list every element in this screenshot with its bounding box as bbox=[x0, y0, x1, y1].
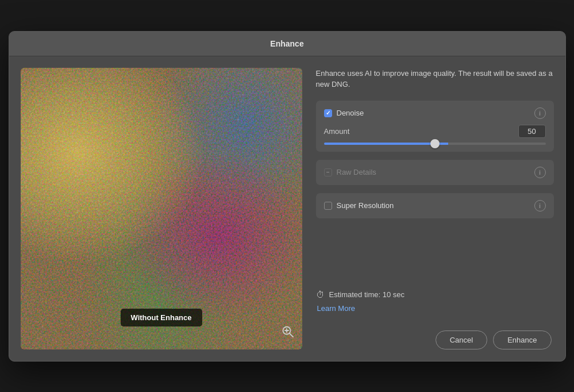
amount-slider[interactable] bbox=[324, 143, 546, 145]
controls-panel: Enhance uses AI to improve image quality… bbox=[302, 68, 554, 349]
super-resolution-left: Super Resolution bbox=[324, 201, 394, 210]
denoise-row: Denoise i bbox=[324, 107, 546, 119]
titlebar: Enhance bbox=[9, 32, 565, 56]
raw-details-box: Raw Details i bbox=[316, 160, 554, 185]
raw-details-row: Raw Details i bbox=[324, 167, 546, 178]
zoom-icon[interactable] bbox=[282, 325, 294, 341]
dialog-body: Without Enhance Enhance uses AI to impro… bbox=[9, 56, 565, 361]
backdrop: Enhance Without Enhance Enhan bbox=[0, 0, 574, 392]
cancel-button[interactable]: Cancel bbox=[436, 330, 487, 349]
super-resolution-row: Super Resolution i bbox=[324, 200, 546, 212]
amount-label: Amount bbox=[324, 127, 350, 136]
estimated-row: ⏱ Estimated time: 10 sec bbox=[316, 290, 554, 299]
dialog-title: Enhance bbox=[270, 39, 303, 48]
description: Enhance uses AI to improve image quality… bbox=[316, 68, 554, 90]
preview-image bbox=[21, 68, 302, 349]
super-resolution-label: Super Resolution bbox=[337, 201, 394, 210]
learn-more-link[interactable]: Learn More bbox=[317, 304, 355, 313]
dialog: Enhance Without Enhance Enhan bbox=[9, 31, 566, 362]
enhance-button[interactable]: Enhance bbox=[493, 330, 551, 349]
estimated-text: Estimated time: 10 sec bbox=[329, 290, 405, 299]
super-resolution-checkbox[interactable] bbox=[324, 202, 332, 210]
raw-details-checkbox[interactable] bbox=[324, 168, 332, 176]
preview-panel: Without Enhance bbox=[21, 68, 302, 349]
denoise-left: Denoise bbox=[324, 109, 364, 117]
amount-input[interactable] bbox=[518, 125, 546, 138]
amount-row: Amount bbox=[324, 125, 546, 138]
raw-details-left: Raw Details bbox=[324, 168, 376, 176]
super-resolution-info-icon[interactable]: i bbox=[534, 200, 546, 212]
denoise-box: Denoise i Amount bbox=[316, 101, 554, 152]
svg-line-1 bbox=[290, 333, 293, 337]
denoise-checkbox[interactable] bbox=[324, 109, 332, 117]
raw-details-info-icon[interactable]: i bbox=[534, 167, 546, 178]
amount-section: Amount bbox=[324, 125, 546, 145]
denoise-info-icon[interactable]: i bbox=[534, 107, 546, 119]
super-resolution-box: Super Resolution i bbox=[316, 193, 554, 218]
action-row: Cancel Enhance bbox=[316, 330, 554, 349]
preview-label: Without Enhance bbox=[120, 309, 202, 326]
clock-icon: ⏱ bbox=[316, 290, 325, 299]
footer: ⏱ Estimated time: 10 sec Learn More bbox=[316, 284, 554, 313]
raw-details-label: Raw Details bbox=[337, 168, 376, 176]
denoise-label: Denoise bbox=[337, 109, 364, 117]
